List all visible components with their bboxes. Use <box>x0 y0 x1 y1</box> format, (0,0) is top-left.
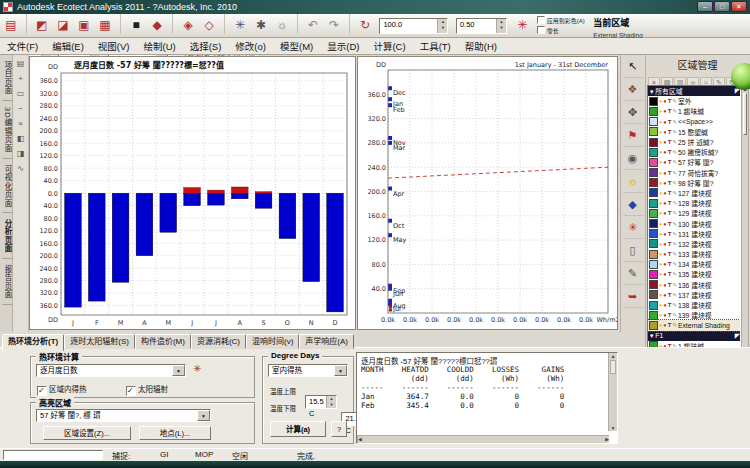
zone-row[interactable]: ●●T✎98 好筹 闥? <box>648 178 740 188</box>
zone-group-header[interactable]: ▾ 所有区域◤ <box>648 86 740 96</box>
visibility-icon[interactable]: ◉ <box>623 148 643 170</box>
bulb-icon[interactable]: ● <box>659 108 662 114</box>
bulb-icon[interactable]: ● <box>659 200 662 206</box>
sun-path-icon[interactable]: ☼ <box>623 171 643 193</box>
tag-icon[interactable]: T <box>668 108 672 114</box>
tag-icon[interactable]: T <box>668 251 672 257</box>
power-icon[interactable]: ● <box>663 322 666 328</box>
edit-icon[interactable]: ✎ <box>672 271 677 277</box>
edit-icon[interactable]: ✎ <box>672 98 677 104</box>
zone-row[interactable]: ●●T✎139 建块视 <box>648 310 740 320</box>
shadows-icon[interactable]: ☼ <box>272 15 292 35</box>
edit-icon[interactable]: ✎ <box>672 119 677 125</box>
power-icon[interactable]: ● <box>663 282 666 288</box>
menu-item[interactable]: 修改(o) <box>228 38 273 55</box>
edit-icon[interactable]: ✎ <box>672 241 677 247</box>
page-tab-2[interactable]: 3D编辑页面 <box>2 107 13 159</box>
transform-tool-icon[interactable]: ◇ <box>199 15 219 35</box>
display-settings-icon[interactable]: ■ <box>126 15 146 35</box>
tag-icon[interactable]: T <box>668 190 672 196</box>
edit-icon[interactable]: ✎ <box>672 149 677 155</box>
redo-icon[interactable]: ↷ <box>324 15 344 35</box>
zone-row[interactable]: ●●T✎138 建块视 <box>648 300 740 310</box>
bulb-icon[interactable]: ● <box>659 312 662 318</box>
power-icon[interactable]: ● <box>663 271 666 277</box>
new-file-icon[interactable]: ▤ <box>1 15 21 35</box>
maximize-button[interactable]: □ <box>714 1 730 12</box>
zone-row[interactable]: ●●T✎135 建块视 <box>648 269 740 279</box>
zone-row[interactable]: ●●T✎131 建块视 <box>648 229 740 239</box>
zone-row[interactable]: ●●T✎57 好筹 闥? <box>648 157 740 167</box>
zone-row[interactable]: ●●T✎50 撇傍拆緘? <box>648 147 740 157</box>
zoom-extents-icon[interactable]: ▭ <box>14 87 27 100</box>
menu-item[interactable]: 文件(F) <box>0 38 45 55</box>
report-icon[interactable]: ◧ <box>14 132 27 145</box>
bulb-icon[interactable]: ● <box>659 170 662 176</box>
zone-row[interactable]: ●●T✎129 建块视 <box>648 208 740 218</box>
location-button[interactable]: 地点(L)... <box>139 426 211 440</box>
bulb-icon[interactable]: ● <box>659 210 662 216</box>
bulb-icon[interactable]: ● <box>659 322 662 328</box>
edit-icon[interactable]: ✎ <box>672 200 677 206</box>
apply-color-checkbox[interactable]: 应用到彩色(A) <box>537 18 585 24</box>
status-mode-gi[interactable]: GI <box>160 450 168 459</box>
bulb-icon[interactable]: ● <box>659 180 662 186</box>
pick-hand-icon[interactable]: ➥ <box>623 286 643 308</box>
bulb-icon[interactable]: ● <box>659 139 662 145</box>
tag-icon[interactable]: T <box>668 159 672 165</box>
axes-edit-icon[interactable]: ✎ <box>623 263 643 285</box>
zone-row[interactable]: ●●T✎127 建块视 <box>648 188 740 198</box>
bulb-icon[interactable]: ● <box>659 271 662 277</box>
power-icon[interactable]: ● <box>663 261 666 267</box>
tab-5[interactable]: 混响时间(v) <box>246 334 299 349</box>
edit-icon[interactable]: ✎ <box>672 180 677 186</box>
power-icon[interactable]: ● <box>663 251 666 257</box>
object-tool-icon[interactable]: ◈ <box>178 15 198 35</box>
curve-icon[interactable]: ∿ <box>14 162 27 175</box>
power-icon[interactable]: ● <box>663 139 666 145</box>
volume-icon[interactable]: ◆ <box>623 194 643 216</box>
zone-row[interactable]: ●●T✎室外 <box>648 96 740 106</box>
edit-icon[interactable]: ✎ <box>672 190 677 196</box>
power-icon[interactable]: ● <box>663 292 666 298</box>
power-icon[interactable]: ● <box>663 119 666 125</box>
power-icon[interactable]: ● <box>663 241 666 247</box>
tag-icon[interactable]: T <box>668 180 672 186</box>
page-tab-1[interactable]: 项目页面 <box>2 61 13 101</box>
zone-group-header[interactable]: ▾ F1◤ <box>648 331 740 341</box>
page-tab-4[interactable]: 分析页面 <box>2 219 13 259</box>
bulb-icon[interactable]: ● <box>659 292 662 298</box>
menu-item[interactable]: 编辑(E) <box>45 38 91 55</box>
power-icon[interactable]: ● <box>663 159 666 165</box>
zoom-out-icon[interactable]: − <box>14 102 27 115</box>
page-tab-3[interactable]: 可视化页面 <box>2 165 13 214</box>
zone-row[interactable]: ●●T✎128 建块视 <box>648 198 740 208</box>
menu-item[interactable]: 显示(D) <box>320 38 366 55</box>
zone-tool-icon[interactable]: ◆ <box>147 15 167 35</box>
bulb-icon[interactable]: ● <box>659 119 662 125</box>
bulb-icon[interactable]: ● <box>659 221 662 227</box>
bulb-icon[interactable]: ● <box>659 149 662 155</box>
spinner-arrows-icon[interactable]: ▲▼ <box>496 19 506 33</box>
edit-icon[interactable]: ✎ <box>672 302 677 308</box>
orbit-model-icon[interactable]: ❖ <box>623 79 643 101</box>
zone-list-scrollbar[interactable]: ▲ ▼ <box>741 85 749 391</box>
zone-row[interactable]: ●●T✎130 建块视 <box>648 218 740 228</box>
tag-icon[interactable]: T <box>668 292 672 298</box>
zone-row[interactable]: ●●T✎15 愍塱緘 <box>648 127 740 137</box>
edit-icon[interactable]: ✎ <box>672 170 677 176</box>
edit-icon[interactable]: ✎ <box>672 322 677 328</box>
edit-icon[interactable]: ✎ <box>672 139 677 145</box>
power-icon[interactable]: ● <box>663 200 666 206</box>
bulb-icon[interactable]: ● <box>659 190 662 196</box>
zone-flag-icon[interactable]: ⚑ <box>623 125 643 147</box>
edit-icon[interactable]: ✎ <box>672 261 677 267</box>
edit-icon[interactable]: ✎ <box>672 159 677 165</box>
tag-icon[interactable]: T <box>668 200 672 206</box>
edit-icon[interactable]: ✎ <box>672 129 677 135</box>
edit-icon[interactable]: ✎ <box>672 282 677 288</box>
axes-icon[interactable]: ✳ <box>512 15 532 35</box>
power-icon[interactable]: ● <box>663 302 666 308</box>
bulb-icon[interactable]: ● <box>659 159 662 165</box>
power-icon[interactable]: ● <box>663 231 666 237</box>
